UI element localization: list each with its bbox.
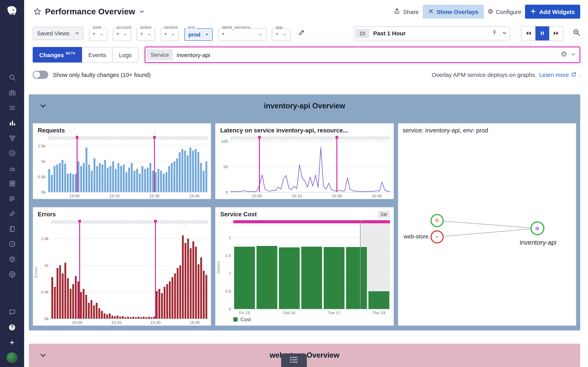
overlays-x-icon xyxy=(428,8,433,15)
time-range-picker[interactable]: 1h Past 1 Hour xyxy=(354,26,510,40)
user-avatar[interactable] xyxy=(7,352,17,363)
service-map[interactable]: web-store ⚙ ● ⊕ inventory-api xyxy=(398,134,576,325)
add-widgets-button[interactable]: Add Widgets xyxy=(525,5,580,19)
time-range-label: Past 1 Hour xyxy=(373,30,406,36)
inventory-api-node[interactable]: ⊕ xyxy=(530,221,544,235)
search-value[interactable]: inventory-api xyxy=(177,52,557,58)
widget-title: Latency on service inventory-api, resour… xyxy=(216,123,394,134)
zoom-out-icon[interactable] xyxy=(573,29,580,38)
globe-glyph-icon: ⊕ xyxy=(535,225,540,231)
collapse-chevron-icon[interactable] xyxy=(39,101,47,110)
edit-template-variables-icon[interactable] xyxy=(298,29,305,37)
service-cost-chart[interactable]: 00.511.52Fri 13Oct 15Tue 17Thu 19Dollars xyxy=(216,218,394,316)
search-facet-chip[interactable]: Service xyxy=(147,50,173,60)
time-forward-button[interactable] xyxy=(549,26,563,40)
time-backward-button[interactable] xyxy=(521,26,535,40)
chart-legend[interactable]: Cost xyxy=(216,316,394,325)
template-var-zone[interactable]: zone * xyxy=(89,28,107,41)
security-target-icon[interactable] xyxy=(0,267,24,282)
apm-gauge-icon[interactable] xyxy=(0,161,24,176)
packages-icon[interactable] xyxy=(0,252,24,267)
section-inventory-api-overview: inventory-api Overview Requests 0k0.5k1k… xyxy=(29,94,580,330)
web-store-alert-node[interactable]: ● xyxy=(430,230,443,243)
svg-text:1.5k: 1.5k xyxy=(38,143,45,148)
collapse-chevron-icon[interactable] xyxy=(39,351,47,359)
web-store-service-node[interactable]: ⚙ xyxy=(430,214,443,227)
monitors-icon[interactable] xyxy=(0,146,24,161)
scheduled-clock-icon[interactable] xyxy=(0,236,24,252)
latency-chart[interactable]: 05010015:0015:1515:3015:45 xyxy=(216,134,394,199)
learn-more-link[interactable]: Learn more xyxy=(539,71,569,78)
template-var-account[interactable]: account * xyxy=(113,28,131,41)
chevron-down-icon xyxy=(147,33,151,36)
search-chevron-down-icon[interactable] xyxy=(571,51,576,58)
logs-stream-icon[interactable] xyxy=(0,191,24,206)
service-map-icon[interactable] xyxy=(0,131,24,146)
svg-text:0.5k: 0.5k xyxy=(38,174,45,179)
template-var-service[interactable]: service * xyxy=(161,28,179,41)
datadog-logo[interactable] xyxy=(4,3,20,19)
configure-button[interactable]: ⚙ Configure xyxy=(488,8,521,15)
widget-title: Errors xyxy=(33,207,211,218)
tab-logs[interactable]: Logs xyxy=(113,47,138,63)
integrations-link-icon[interactable] xyxy=(0,206,24,221)
overlay-note: Overlay APM service deploys on graphs. L… xyxy=(432,71,580,78)
svg-text:1.5: 1.5 xyxy=(225,253,231,258)
toggle-label: Show only faulty changes (10+ found) xyxy=(53,71,151,78)
svg-text:50: 50 xyxy=(224,164,228,169)
template-var-app[interactable]: app * xyxy=(272,28,291,41)
svg-text:15:15: 15:15 xyxy=(292,193,302,198)
external-link-icon[interactable] xyxy=(571,71,576,78)
svg-text:15:45: 15:45 xyxy=(189,193,199,198)
page-title: Performance Overview xyxy=(45,7,135,16)
star-icon[interactable] xyxy=(34,8,41,16)
alert-glyph-icon: ● xyxy=(436,234,438,239)
widget-drag-preview[interactable] xyxy=(281,353,307,367)
search-icon[interactable] xyxy=(0,70,24,85)
template-var-env[interactable]: env prod xyxy=(184,28,213,41)
svg-text:1k: 1k xyxy=(44,263,49,267)
errors-chart[interactable]: 0k0.5k1k1.5k15:0015:1515:3015:45Errors xyxy=(33,218,211,325)
tab-events[interactable]: Events xyxy=(82,47,113,63)
faulty-changes-toggle[interactable] xyxy=(33,70,48,79)
top-bar: Performance Overview Share Show Overlays… xyxy=(24,0,588,24)
show-overlays-button[interactable]: Show Overlays xyxy=(423,5,484,19)
template-var-action[interactable]: action * xyxy=(137,28,155,41)
requests-chart[interactable]: 0k0.5k1k1.5k15:0015:1515:3015:45 xyxy=(33,134,211,199)
tab-changes[interactable]: Changes BETA xyxy=(33,47,82,63)
cost-legend-swatch xyxy=(233,317,238,321)
chevron-down-icon xyxy=(259,33,263,36)
svg-text:Fri 13: Fri 13 xyxy=(239,310,250,315)
pause-button[interactable] xyxy=(535,26,549,40)
clear-search-icon[interactable] xyxy=(561,51,567,59)
share-button[interactable]: Share xyxy=(394,8,419,16)
svg-text:15:00: 15:00 xyxy=(72,320,82,325)
title-chevron-down-icon[interactable] xyxy=(139,9,145,14)
infrastructure-icon[interactable] xyxy=(0,85,24,100)
dashboards-icon[interactable] xyxy=(0,115,24,131)
svg-text:2: 2 xyxy=(229,235,231,240)
template-var-latest-versions[interactable]: latest_versions * xyxy=(218,28,267,41)
notebooks-icon[interactable] xyxy=(0,221,24,236)
tab-group: Changes BETA Events Logs xyxy=(33,47,138,63)
svg-text:0k: 0k xyxy=(44,316,49,321)
search-input[interactable]: Service inventory-api xyxy=(145,47,580,63)
beta-badge: BETA xyxy=(66,51,76,55)
svg-text:15:00: 15:00 xyxy=(69,193,80,198)
svg-text:Thu 19: Thu 19 xyxy=(373,310,385,315)
whats-new-sparkle-icon[interactable] xyxy=(0,335,24,350)
widget-grid: Requests 0k0.5k1k1.5k15:0015:1515:3015:4… xyxy=(29,117,580,330)
ci-blocks-icon[interactable] xyxy=(0,176,24,191)
pin-icon[interactable] xyxy=(492,30,497,37)
saved-views-dropdown[interactable]: Saved Views xyxy=(33,27,83,40)
events-list-icon[interactable] xyxy=(0,100,24,115)
tab-row: Changes BETA Events Logs Service invento… xyxy=(24,46,588,64)
time-window-badge[interactable]: 1w xyxy=(378,211,389,218)
service-cost-widget: Service Cost 1w 00.511.52Fri 13Oct 15Tue… xyxy=(215,207,394,326)
help-icon[interactable] xyxy=(0,320,24,335)
svg-text:0.5: 0.5 xyxy=(225,289,231,293)
chat-icon[interactable] xyxy=(0,304,24,320)
time-chevron-down-icon[interactable] xyxy=(502,30,507,37)
inventory-api-node-label: inventory-api xyxy=(510,239,566,246)
svg-text:1k: 1k xyxy=(41,159,46,164)
